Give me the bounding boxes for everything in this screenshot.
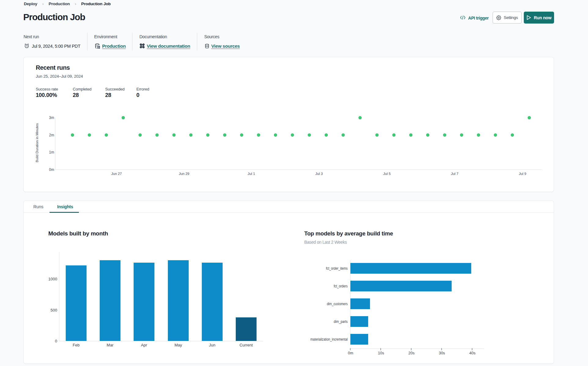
svg-text:30s: 30s — [439, 351, 445, 355]
svg-text:Jul 1: Jul 1 — [248, 172, 255, 176]
svg-text:materialization_incremental: materialization_incremental — [310, 337, 348, 342]
svg-text:Jun 27: Jun 27 — [111, 172, 122, 176]
svg-text:Jul 3: Jul 3 — [315, 172, 323, 176]
svg-text:fct_orders: fct_orders — [334, 284, 348, 288]
svg-text:0m: 0m — [348, 351, 353, 355]
svg-text:0m: 0m — [49, 168, 54, 172]
svg-text:1m: 1m — [49, 150, 54, 154]
svg-text:Jul 5: Jul 5 — [383, 172, 390, 176]
svg-text:2m: 2m — [49, 133, 54, 137]
svg-text:Feb: Feb — [73, 343, 80, 347]
svg-text:dim_customers: dim_customers — [327, 302, 348, 306]
svg-text:Jun: Jun — [209, 343, 216, 347]
svg-text:1000: 1000 — [48, 277, 57, 281]
svg-text:3m: 3m — [49, 116, 54, 120]
svg-text:Apr: Apr — [141, 343, 147, 347]
svg-text:500: 500 — [50, 308, 57, 312]
svg-text:Current: Current — [239, 343, 253, 347]
svg-text:dim_parts: dim_parts — [334, 320, 348, 324]
svg-text:May: May — [175, 343, 182, 347]
svg-text:40s: 40s — [469, 351, 475, 355]
svg-text:0: 0 — [55, 339, 57, 343]
svg-text:10s: 10s — [378, 351, 384, 355]
svg-text:Jun 29: Jun 29 — [179, 172, 190, 176]
svg-text:fct_order_items: fct_order_items — [326, 266, 348, 271]
svg-text:Jul 9: Jul 9 — [519, 172, 526, 176]
svg-text:Build Duration in Minutes: Build Duration in Minutes — [35, 123, 39, 162]
svg-text:Mar: Mar — [107, 343, 114, 347]
svg-text:20s: 20s — [409, 351, 415, 355]
svg-text:Jul 7: Jul 7 — [451, 172, 458, 176]
